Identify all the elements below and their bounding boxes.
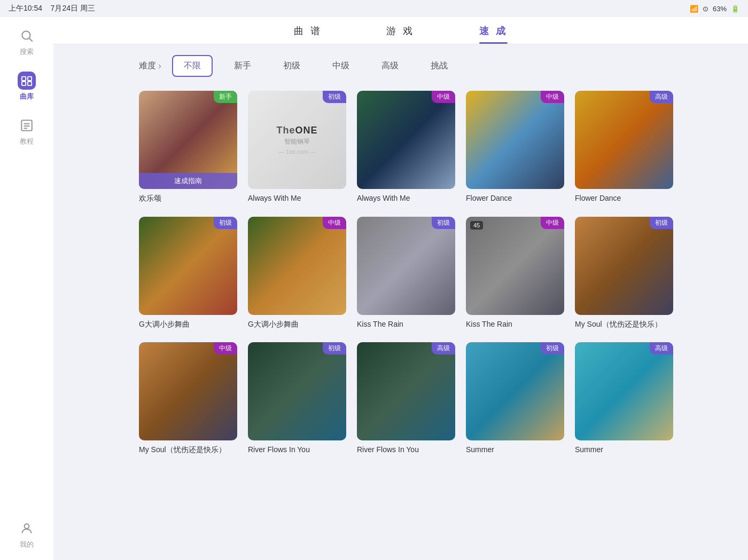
svg-line-1: [29, 38, 33, 42]
card-badge-15: 高级: [650, 342, 673, 354]
sidebar: 搜索 曲库: [0, 17, 53, 560]
card-title-14: Summer: [466, 445, 564, 455]
status-bar: 上午10:54 7月24日 周三 📶 ⊙ 63% 🔋: [0, 0, 748, 17]
status-time-date: 上午10:54 7月24日 周三: [9, 4, 95, 13]
card-thumb-12: 初级: [248, 342, 346, 440]
status-right: 📶 ⊙ 63% 🔋: [690, 5, 739, 13]
card-title-3: Always With Me: [357, 193, 455, 204]
sidebar-label-library: 曲库: [20, 92, 34, 101]
card-badge-13: 高级: [432, 342, 455, 354]
chevron-icon: ›: [158, 60, 161, 72]
song-card-13[interactable]: 高级 River Flows In You: [357, 342, 455, 455]
song-card-9[interactable]: 中级 45 Kiss The Rain: [466, 217, 564, 330]
card-badge-12: 初级: [323, 342, 346, 354]
song-card-8[interactable]: 初级 Kiss The Rain: [357, 217, 455, 330]
card-title-15: Summer: [575, 445, 673, 455]
card-title-4: Flower Dance: [466, 193, 564, 204]
status-time: 上午10:54: [9, 4, 42, 12]
song-card-15[interactable]: 高级 Summer: [575, 342, 673, 455]
card-title-2: Always With Me: [248, 193, 346, 204]
status-date: 7月24日 周三: [51, 4, 95, 12]
card-badge-9: 中级: [541, 217, 564, 229]
song-card-5[interactable]: 高级 Flower Dance: [575, 91, 673, 204]
card-badge-1: 新手: [214, 91, 237, 103]
song-card-3[interactable]: 中级 Always With Me: [357, 91, 455, 204]
song-grid: 新手 速成指南 欢乐颂 TheONE 智能钢琴 — 1tai.com — 初级 …: [139, 91, 673, 455]
filter-challenge[interactable]: 挑战: [420, 56, 458, 76]
card-title-12: River Flows In You: [248, 445, 346, 455]
filter-all[interactable]: 不限: [172, 55, 213, 77]
card-thumb-10: 初级: [575, 217, 673, 315]
battery-percent: 63%: [713, 5, 727, 13]
battery-icon: 🔋: [731, 5, 739, 13]
sidebar-label-tutorial: 教程: [20, 137, 34, 146]
content-area: 曲 谱 游 戏 速 成 难度 › 不限 新手 初级 中级 高级 挑战 新手 速成…: [53, 17, 748, 560]
svg-rect-4: [22, 82, 26, 85]
search-icon: [19, 28, 35, 44]
svg-point-10: [25, 524, 29, 529]
sidebar-item-profile[interactable]: 我的: [19, 520, 35, 549]
card-title-6: G大调小步舞曲: [139, 319, 237, 330]
number-badge-9: 45: [470, 221, 483, 230]
card-title-9: Kiss The Rain: [466, 319, 564, 330]
tab-score[interactable]: 曲 谱: [294, 25, 322, 44]
filter-label: 难度 ›: [139, 60, 161, 72]
tab-quick[interactable]: 速 成: [479, 25, 508, 44]
profile-icon: [19, 520, 35, 537]
card-badge-14: 初级: [541, 342, 564, 354]
card-badge-2: 初级: [323, 91, 346, 103]
sidebar-item-tutorial[interactable]: 教程: [19, 117, 35, 146]
svg-rect-3: [28, 77, 32, 81]
special-badge-1: 速成指南: [139, 173, 237, 189]
sidebar-item-search[interactable]: 搜索: [19, 28, 35, 57]
song-card-2[interactable]: TheONE 智能钢琴 — 1tai.com — 初级 Always With …: [248, 91, 346, 204]
card-thumb-2: TheONE 智能钢琴 — 1tai.com — 初级: [248, 91, 346, 189]
card-thumb-14: 初级: [466, 342, 564, 440]
card-title-1: 欢乐颂: [139, 193, 237, 204]
tab-game[interactable]: 游 戏: [386, 25, 415, 44]
card-badge-5: 高级: [650, 91, 673, 103]
filter-beginner[interactable]: 新手: [223, 56, 262, 76]
card-thumb-13: 高级: [357, 342, 455, 440]
song-card-4[interactable]: 中级 Flower Dance: [466, 91, 564, 204]
main-layout: 搜索 曲库: [0, 17, 748, 560]
sidebar-label-profile: 我的: [20, 540, 34, 549]
song-grid-area[interactable]: 新手 速成指南 欢乐颂 TheONE 智能钢琴 — 1tai.com — 初级 …: [53, 85, 748, 560]
card-title-8: Kiss The Rain: [357, 319, 455, 330]
card-title-5: Flower Dance: [575, 193, 673, 204]
card-thumb-1: 新手 速成指南: [139, 91, 237, 189]
privacy-icon: ⊙: [703, 5, 708, 13]
card-title-11: My Soul（忧伤还是快乐）: [139, 445, 237, 455]
svg-rect-2: [22, 77, 26, 81]
card-title-10: My Soul（忧伤还是快乐）: [575, 319, 673, 330]
wifi-icon: 📶: [690, 5, 698, 13]
tutorial-icon: [19, 117, 35, 133]
filter-primary[interactable]: 初级: [272, 56, 311, 76]
song-card-1[interactable]: 新手 速成指南 欢乐颂: [139, 91, 237, 204]
song-card-7[interactable]: 中级 G大调小步舞曲: [248, 217, 346, 330]
song-card-11[interactable]: 中级 My Soul（忧伤还是快乐）: [139, 342, 237, 455]
filter-intermediate[interactable]: 中级: [322, 56, 360, 76]
card-thumb-5: 高级: [575, 91, 673, 189]
library-icon: [19, 73, 35, 89]
svg-rect-5: [28, 82, 32, 85]
card-thumb-11: 中级: [139, 342, 237, 440]
top-nav: 曲 谱 游 戏 速 成: [53, 17, 748, 44]
card-badge-10: 初级: [650, 217, 673, 229]
song-card-12[interactable]: 初级 River Flows In You: [248, 342, 346, 455]
song-card-14[interactable]: 初级 Summer: [466, 342, 564, 455]
card-title-7: G大调小步舞曲: [248, 319, 346, 330]
card-badge-4: 中级: [541, 91, 564, 103]
song-card-6[interactable]: 初级 G大调小步舞曲: [139, 217, 237, 330]
card-badge-3: 中级: [432, 91, 455, 103]
card-badge-8: 初级: [432, 217, 455, 229]
svg-point-0: [22, 31, 30, 39]
card-badge-11: 中级: [214, 342, 237, 354]
sidebar-label-search: 搜索: [20, 47, 34, 57]
song-card-10[interactable]: 初级 My Soul（忧伤还是快乐）: [575, 217, 673, 330]
card-thumb-4: 中级: [466, 91, 564, 189]
sidebar-item-library[interactable]: 曲库: [19, 73, 35, 101]
card-title-13: River Flows In You: [357, 445, 455, 455]
filter-advanced[interactable]: 高级: [371, 56, 409, 76]
card-thumb-7: 中级: [248, 217, 346, 315]
